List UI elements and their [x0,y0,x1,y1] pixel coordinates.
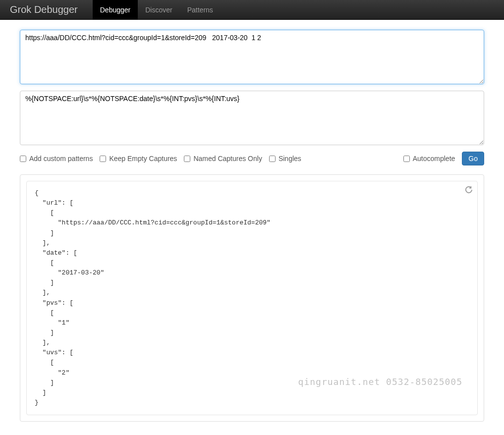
result-panel: { "url": [ [ "https://aaa/DD/CCC.html?ci… [20,174,484,422]
sample-input[interactable] [20,30,484,84]
option-autocomplete[interactable]: Autocomplete [403,155,455,163]
nav-tab-debugger[interactable]: Debugger [93,0,138,20]
option-add-custom-patterns[interactable]: Add custom patterns [20,155,93,163]
go-button[interactable]: Go [462,152,484,165]
option-keep-empty-captures[interactable]: Keep Empty Captures [100,155,177,163]
nav-tab-discover[interactable]: Discover [138,0,179,20]
label-add-custom-patterns: Add custom patterns [29,155,93,163]
label-autocomplete: Autocomplete [413,155,455,163]
checkbox-singles[interactable] [269,156,276,162]
options-row: Add custom patterns Keep Empty Captures … [20,152,484,165]
top-navbar: Grok Debugger Debugger Discover Patterns [0,0,504,20]
result-inner: { "url": [ [ "https://aaa/DD/CCC.html?ci… [26,181,478,415]
main-container: Add custom patterns Keep Empty Captures … [0,20,504,432]
result-json: { "url": [ [ "https://aaa/DD/CCC.html?ci… [35,188,469,408]
checkbox-add-custom-patterns[interactable] [20,156,26,162]
nav-tab-patterns[interactable]: Patterns [180,0,221,20]
label-keep-empty-captures: Keep Empty Captures [109,155,177,163]
sample-input-wrap [20,30,484,86]
checkbox-keep-empty-captures[interactable] [100,156,106,162]
checkbox-autocomplete[interactable] [403,156,410,162]
label-named-captures-only: Named Captures Only [193,155,262,163]
refresh-icon[interactable] [465,186,472,195]
option-singles[interactable]: Singles [269,155,301,163]
label-singles: Singles [279,155,301,163]
option-named-captures-only[interactable]: Named Captures Only [184,155,262,163]
pattern-input[interactable] [20,91,484,145]
pattern-input-wrap [20,91,484,147]
brand-title: Grok Debugger [10,4,78,15]
checkbox-named-captures-only[interactable] [184,156,190,162]
